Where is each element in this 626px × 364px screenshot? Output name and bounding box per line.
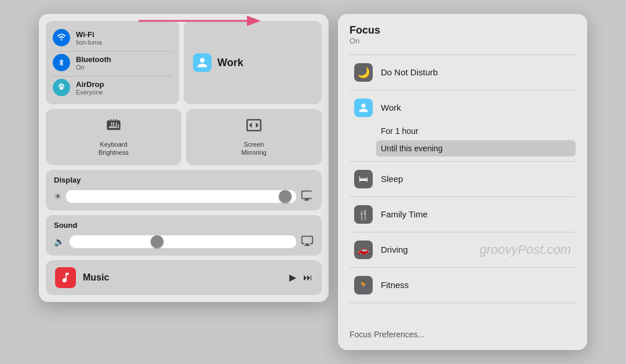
bluetooth-item[interactable]: Bluetooth On bbox=[53, 51, 172, 74]
arrow-container: Wi-Fi lion-luma Bluetooth bbox=[46, 21, 322, 104]
divider-7 bbox=[350, 303, 576, 303]
sleep-text: Sleep bbox=[381, 174, 571, 184]
keyboard-icon bbox=[105, 117, 122, 133]
airdrop-sub: Everyone bbox=[76, 89, 104, 96]
music-app-icon bbox=[55, 267, 76, 288]
display-end-icon bbox=[301, 189, 314, 205]
monitor-icon bbox=[301, 189, 314, 202]
keyboard-brightness-tile[interactable]: Keyboard Brightness bbox=[46, 109, 181, 165]
bluetooth-sub: On bbox=[76, 64, 111, 71]
music-block: Music ▶ ⏭ bbox=[46, 260, 322, 295]
driving-icon: 🚗 bbox=[354, 241, 373, 259]
focus-preferences: Focus Preferences... bbox=[350, 322, 576, 340]
music-controls: ▶ ⏭ bbox=[289, 272, 312, 283]
focus-tile[interactable]: Work bbox=[184, 21, 322, 104]
airplay-icon-svg bbox=[301, 234, 314, 247]
divider-3 bbox=[350, 161, 576, 162]
fitness-text: Fitness bbox=[381, 280, 571, 290]
fitness-label: Fitness bbox=[381, 280, 409, 290]
family-label: Family Time bbox=[381, 209, 428, 219]
display-slider[interactable] bbox=[66, 190, 296, 203]
sound-title: Sound bbox=[54, 221, 314, 230]
sound-block: Sound 🔈 bbox=[46, 215, 322, 256]
focus-item-sleep[interactable]: 🛏 Sleep bbox=[350, 164, 576, 194]
dnd-text: Do Not Disturb bbox=[381, 67, 571, 78]
focus-preferences-link[interactable]: Focus Preferences... bbox=[350, 330, 424, 339]
family-text: Family Time bbox=[381, 209, 571, 220]
music-note-icon bbox=[59, 271, 72, 284]
top-row: Wi-Fi lion-luma Bluetooth bbox=[46, 21, 322, 104]
work-person-icon bbox=[358, 103, 369, 113]
skip-button[interactable]: ⏭ bbox=[303, 272, 312, 283]
dnd-label: Do Not Disturb bbox=[381, 67, 438, 77]
focus-item-driving[interactable]: 🚗 Driving groovyPost.com bbox=[350, 235, 576, 265]
play-button[interactable]: ▶ bbox=[289, 272, 296, 283]
focus-item-fitness[interactable]: 🏃 Fitness bbox=[350, 270, 576, 300]
sound-slider[interactable] bbox=[70, 235, 296, 248]
display-title: Display bbox=[54, 176, 314, 184]
keyboard-brightness-label: Keyboard Brightness bbox=[99, 140, 129, 157]
control-center-panel: Wi-Fi lion-luma Bluetooth bbox=[39, 14, 329, 302]
wifi-sub: lion-luma bbox=[76, 39, 102, 46]
bluetooth-label: Bluetooth bbox=[76, 55, 111, 64]
dnd-icon: 🌙 bbox=[354, 63, 373, 82]
work-icon bbox=[354, 99, 373, 117]
focus-item-family[interactable]: 🍴 Family Time bbox=[350, 199, 576, 230]
sound-slider-row: 🔈 bbox=[54, 234, 314, 250]
focus-tile-icon bbox=[193, 53, 212, 72]
focus-item-work[interactable]: Work bbox=[350, 93, 576, 123]
airdrop-icon bbox=[57, 83, 66, 92]
wifi-icon bbox=[57, 33, 66, 42]
screen-mirroring-icon bbox=[246, 117, 262, 137]
focus-menu-title: Focus bbox=[350, 24, 576, 37]
network-block: Wi-Fi lion-luma Bluetooth bbox=[46, 21, 179, 104]
airdrop-item[interactable]: AirDrop Everyone bbox=[53, 76, 172, 99]
brightness-low-icon: ☀ bbox=[54, 191, 61, 202]
sleep-label: Sleep bbox=[381, 174, 403, 184]
volume-low-icon: 🔈 bbox=[54, 236, 65, 247]
wifi-text: Wi-Fi lion-luma bbox=[76, 30, 102, 46]
divider-2 bbox=[350, 90, 576, 90]
keyboard-brightness-icon bbox=[105, 117, 122, 137]
groovy-watermark: groovyPost.com bbox=[479, 242, 571, 257]
divider-4 bbox=[350, 196, 576, 197]
work-sub-1hour[interactable]: For 1 hour bbox=[376, 123, 576, 139]
divider-6 bbox=[350, 267, 576, 268]
airdrop-icon-circle bbox=[53, 79, 70, 96]
fitness-icon: 🏃 bbox=[354, 276, 373, 294]
middle-row: Keyboard Brightness Screen Mirroring bbox=[46, 109, 322, 165]
work-text: Work bbox=[381, 103, 571, 113]
display-block: Display ☀ bbox=[46, 170, 322, 210]
focus-tile-label: Work bbox=[217, 57, 243, 69]
work-submenu: For 1 hour Until this evening bbox=[350, 123, 576, 156]
pink-arrow-icon bbox=[139, 10, 266, 31]
bluetooth-icon-circle bbox=[53, 54, 70, 71]
work-label: Work bbox=[381, 103, 401, 112]
focus-menu-status: On bbox=[350, 37, 576, 45]
focus-item-dnd[interactable]: 🌙 Do Not Disturb bbox=[350, 57, 576, 88]
divider-1 bbox=[350, 54, 576, 55]
airplay-icon bbox=[301, 234, 314, 250]
airdrop-label: AirDrop bbox=[76, 80, 104, 89]
wifi-icon-circle bbox=[53, 29, 70, 46]
bluetooth-icon bbox=[57, 58, 65, 67]
screen-mirroring-label: Screen Mirroring bbox=[241, 140, 266, 157]
focus-menu-panel: Focus On 🌙 Do Not Disturb Work For 1 hou… bbox=[338, 14, 587, 350]
driving-text: Driving bbox=[381, 245, 471, 255]
sleep-icon: 🛏 bbox=[354, 170, 373, 188]
main-container: Wi-Fi lion-luma Bluetooth bbox=[39, 14, 587, 350]
screen-mirroring-tile[interactable]: Screen Mirroring bbox=[186, 109, 322, 165]
divider-5 bbox=[350, 232, 576, 232]
display-slider-row: ☀ bbox=[54, 189, 314, 205]
driving-label: Driving bbox=[381, 245, 408, 254]
person-badge-icon bbox=[196, 57, 208, 68]
wifi-label: Wi-Fi bbox=[76, 30, 102, 39]
bluetooth-text: Bluetooth On bbox=[76, 55, 111, 71]
airdrop-text: AirDrop Everyone bbox=[76, 80, 104, 96]
music-label: Music bbox=[83, 272, 282, 283]
family-icon: 🍴 bbox=[354, 205, 373, 224]
mirroring-icon bbox=[246, 117, 262, 133]
work-sub-evening[interactable]: Until this evening bbox=[376, 140, 576, 156]
